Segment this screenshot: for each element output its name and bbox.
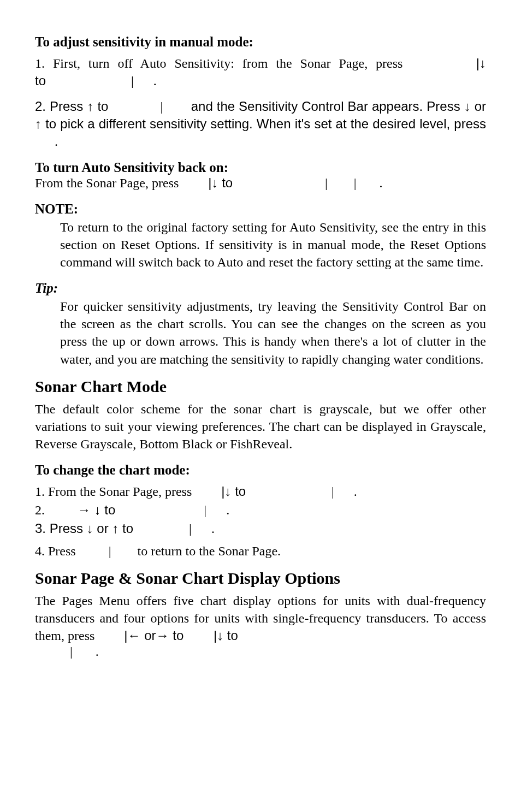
page-display-heading: Sonar Page & Sonar Chart Display Options: [35, 567, 486, 590]
note-block: NOTE: To return to the original factory …: [35, 200, 486, 271]
change-chart-s2b: → ↓ to: [78, 502, 115, 517]
page-display-option-line: | .: [35, 643, 486, 660]
adjust-sensitivity-heading: To adjust sensitivity in manual mode:: [35, 33, 486, 51]
adjust-step-1-nav-c: |: [128, 74, 134, 88]
change-chart-s1c: |: [328, 484, 338, 499]
note-body: To return to the original factory settin…: [35, 218, 486, 271]
auto-back-line: From the Sonar Page, press |↓ to | | .: [35, 174, 486, 192]
change-chart-s3a: 3. Press ↓ or ↑ to: [35, 521, 133, 536]
change-chart-s1d: .: [354, 484, 357, 499]
change-chart-step-2: 2. → ↓ to | .: [35, 501, 486, 519]
tip-heading: Tip:: [35, 279, 486, 298]
tip-block: Tip: For quicker sensitivity adjustments…: [35, 279, 486, 368]
change-chart-s1a: 1. From the Sonar Page, press: [35, 484, 195, 499]
adjust-step-1-dot: .: [153, 74, 157, 88]
change-chart-s2a: 2.: [35, 503, 45, 517]
adjust-step-2-text-a: 2. Press ↑ to: [35, 99, 108, 114]
change-chart-s3c: .: [211, 521, 215, 536]
change-chart-heading: To change the chart mode:: [35, 461, 486, 479]
change-chart-s4a: 4. Press: [35, 544, 79, 558]
change-chart-s2d: .: [226, 503, 229, 517]
tip-body: For quicker sensitivity adjustments, try…: [35, 298, 486, 369]
note-heading: NOTE:: [35, 200, 486, 218]
page-display-body-c: |↓ to: [214, 628, 238, 643]
adjust-step-2-dot: .: [55, 134, 58, 149]
page-display-body-e: .: [96, 644, 99, 659]
adjust-step-2-nav-b: |: [157, 99, 166, 114]
change-chart-s1b: |↓ to: [221, 484, 250, 499]
change-chart-step-4: 4. Press | to return to the Sonar Page.: [35, 542, 486, 560]
auto-back-nav-d: |: [351, 176, 360, 190]
auto-back-text-a: From the Sonar Page, press: [35, 176, 182, 190]
auto-back-nav-c: |: [322, 176, 331, 190]
adjust-step-2: 2. Press ↑ to | and the Sensitivity Cont…: [35, 98, 486, 151]
page-display-body-a: The Pages Menu offers five chart display…: [35, 594, 486, 643]
adjust-step-1-text-a: 1. First, turn off Auto Sensitivity: fro…: [35, 56, 411, 70]
sonar-chart-mode-body: The default color scheme for the sonar c…: [35, 400, 486, 453]
adjust-step-1: 1. First, turn off Auto Sensitivity: fro…: [35, 55, 486, 90]
change-chart-s4c: to return to the Sonar Page.: [134, 544, 281, 558]
sonar-chart-mode-heading: Sonar Chart Mode: [35, 376, 486, 398]
auto-back-dot: .: [380, 176, 383, 190]
change-chart-step-1: 1. From the Sonar Page, press |↓ to | .: [35, 483, 486, 500]
change-chart-s3b: |: [186, 521, 195, 536]
auto-back-heading: To turn Auto Sensitivity back on:: [35, 158, 486, 177]
change-chart-s4b: |: [105, 544, 115, 558]
page-display-body-d: |: [70, 644, 76, 659]
change-chart-step-3: 3. Press ↓ or ↑ to | .: [35, 520, 486, 537]
change-chart-s2c: |: [200, 503, 210, 517]
page-display-body-b: |← or→ to: [124, 628, 187, 643]
auto-back-nav-b: |↓ to: [208, 175, 236, 190]
page-display-body: The Pages Menu offers five chart display…: [35, 592, 486, 645]
